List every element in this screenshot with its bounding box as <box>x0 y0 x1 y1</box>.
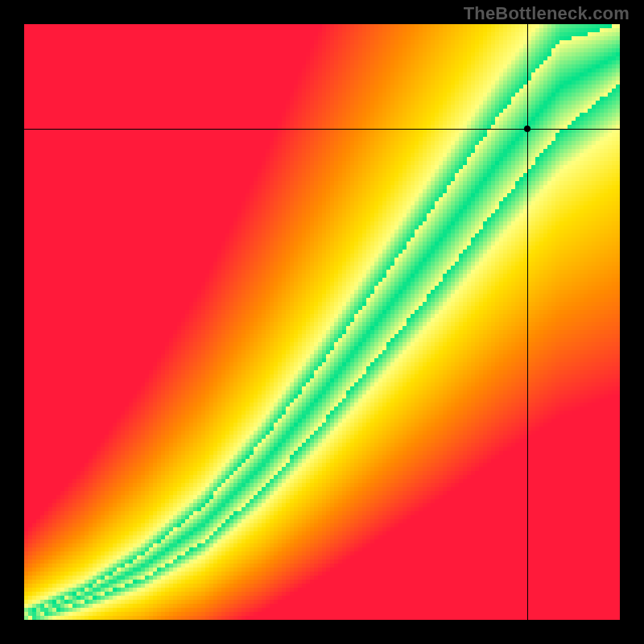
marker-point <box>524 126 530 132</box>
heatmap-plot <box>24 24 620 620</box>
crosshair-vertical <box>527 24 528 620</box>
heatmap-canvas <box>24 24 620 620</box>
watermark-text: TheBottleneck.com <box>464 3 630 24</box>
